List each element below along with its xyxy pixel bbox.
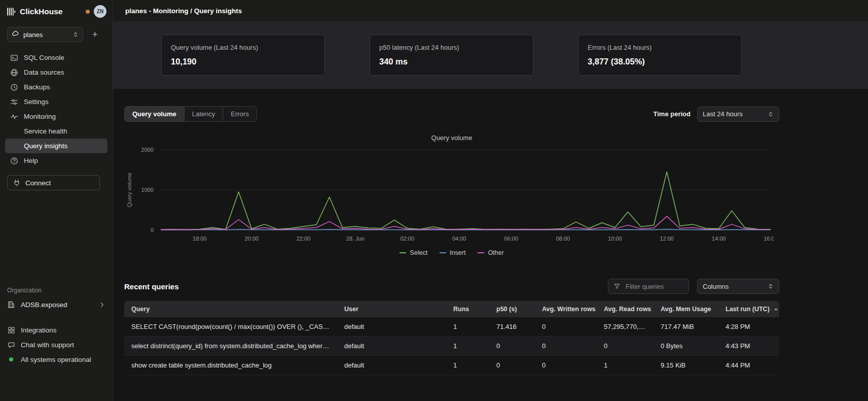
table-row[interactable]: select distrinct(query_id) from system.d… [124,337,779,356]
sidebar-item-label: Query insights [24,142,67,150]
building-icon [7,300,15,309]
sidebar: ClickHouse ZN planes + [0,0,113,401]
svg-text:12:00: 12:00 [660,236,674,242]
sliders-icon [10,98,18,106]
integrations-link[interactable]: Integrations [7,326,105,334]
tab-latency[interactable]: Latency [184,107,223,121]
chat-support-link[interactable]: Chat with support [7,341,105,349]
legend-label: Other [488,249,503,256]
column-header-query[interactable]: Query [124,301,337,317]
sidebar-item-data-sources[interactable]: Data sources [5,65,107,80]
activity-pulse-icon [10,113,18,121]
sidebar-item-settings[interactable]: Settings [5,94,107,109]
service-selector[interactable]: planes [7,27,83,42]
cell-query: select distrinct(query_id) from system.d… [124,337,337,356]
recent-queries-table: Query User Runs p50 (s) Avg. Written row… [124,301,779,375]
cell-avg-mem: 9.15 KiB [654,356,718,375]
svg-text:10:00: 10:00 [608,236,622,242]
svg-text:06:00: 06:00 [504,236,518,242]
table-row[interactable]: SELECT CAST(round(pow(count() / max(coun… [124,317,779,337]
sidebar-item-backups[interactable]: Backups [5,80,107,94]
tab-query-volume[interactable]: Query volume [125,107,184,121]
sidebar-footer: Integrations Chat with support All syste… [0,326,113,401]
chevron-updown-icon [73,31,79,38]
query-volume-chart-section: Query volume 01000200018:0020:0022:0028.… [124,134,779,256]
svg-text:1000: 1000 [141,187,154,193]
system-status-link[interactable]: All systems operational [7,355,105,363]
sidebar-item-query-insights[interactable]: Query insights [5,139,107,153]
cell-last-run: 4:44 PM [718,356,779,375]
sidebar-item-service-health[interactable]: Service health [5,124,107,139]
funnel-icon [613,283,621,290]
cell-avg-read: 0 [597,337,654,356]
svg-text:14:00: 14:00 [712,236,726,242]
sort-asc-icon [774,307,778,312]
column-header-p50[interactable]: p50 (s) [489,301,535,317]
organization-row[interactable]: ADSB.exposed [7,300,105,309]
legend-label: Insert [450,249,465,256]
chevron-right-icon [99,302,105,308]
legend-item-other[interactable]: Other [478,249,503,256]
logo-text[interactable]: ClickHouse [20,7,62,16]
time-period-control: Time period Last 24 hours [654,107,779,122]
sidebar-item-label: Data sources [24,69,64,76]
globe-icon [10,69,18,77]
column-header-avg-read[interactable]: Avg. Read rows [597,301,654,317]
svg-text:08:00: 08:00 [556,236,570,242]
cell-avg-written: 0 [535,356,597,375]
connect-button-label: Connect [25,179,51,187]
legend-swatch [440,252,446,253]
status-ok-icon [7,355,15,363]
sidebar-item-label: Help [24,157,38,164]
history-clock-icon [10,83,18,91]
columns-select-label: Columns [703,283,729,290]
table-header-row: Query User Runs p50 (s) Avg. Written row… [124,301,779,317]
connect-button[interactable]: Connect [7,175,100,190]
recent-queries-header: Recent queries Columns [124,279,779,294]
stat-label: Query volume (Last 24 hours) [171,44,315,51]
sidebar-item-sql-console[interactable]: SQL Console [5,50,107,65]
cell-avg-read: 1 [597,356,654,375]
clickhouse-logo-icon[interactable] [7,8,16,16]
chevron-updown-icon [768,111,774,117]
column-header-last-run-label: Last run (UTC) [726,306,770,313]
sidebar-item-monitoring[interactable]: Monitoring [5,109,107,124]
tab-errors[interactable]: Errors [223,107,256,121]
column-header-avg-mem[interactable]: Avg. Mem Usage [654,301,718,317]
svg-text:Query volume: Query volume [126,173,132,207]
column-header-user[interactable]: User [337,301,446,317]
add-service-button[interactable]: + [90,29,100,40]
breadcrumb: planes - Monitoring / Query insights [125,7,242,15]
time-period-value: Last 24 hours [703,110,743,118]
table-row[interactable]: show create table system.distributed_cac… [124,356,779,375]
footer-item-label: Integrations [21,326,57,334]
chevron-updown-icon [768,283,774,289]
main-area: planes - Monitoring / Query insights Que… [113,0,868,401]
time-period-select[interactable]: Last 24 hours [697,107,779,122]
column-header-avg-written[interactable]: Avg. Written rows [535,301,597,317]
column-header-last-run[interactable]: Last run (UTC) [718,301,779,317]
svg-text:20:00: 20:00 [244,236,259,242]
legend-item-insert[interactable]: Insert [440,249,465,256]
column-header-runs[interactable]: Runs [446,301,489,317]
chart-legend: SelectInsertOther [124,249,779,256]
organization-section: Organization ADSB.exposed [0,287,113,309]
stat-card-query-volume: Query volume (Last 24 hours) 10,190 [161,35,325,76]
help-icon [10,157,18,165]
cloud-service-icon [12,30,19,39]
filter-queries-box [608,279,689,294]
svg-text:04:00: 04:00 [452,236,466,242]
columns-select[interactable]: Columns [697,279,779,294]
filter-queries-input[interactable] [625,282,683,291]
service-selector-row: planes + [0,21,113,46]
cell-avg-written: 0 [535,317,597,337]
sidebar-item-help[interactable]: Help [5,153,107,168]
sidebar-nav: SQL Console Data sources Backups [0,46,113,168]
legend-item-select[interactable]: Select [400,249,427,256]
user-avatar[interactable]: ZN [94,5,106,18]
notification-dot [86,10,90,14]
legend-swatch [478,252,484,253]
svg-text:22:00: 22:00 [297,236,311,242]
cell-runs: 1 [446,317,489,337]
cell-query: show create table system.distributed_cac… [124,356,337,375]
